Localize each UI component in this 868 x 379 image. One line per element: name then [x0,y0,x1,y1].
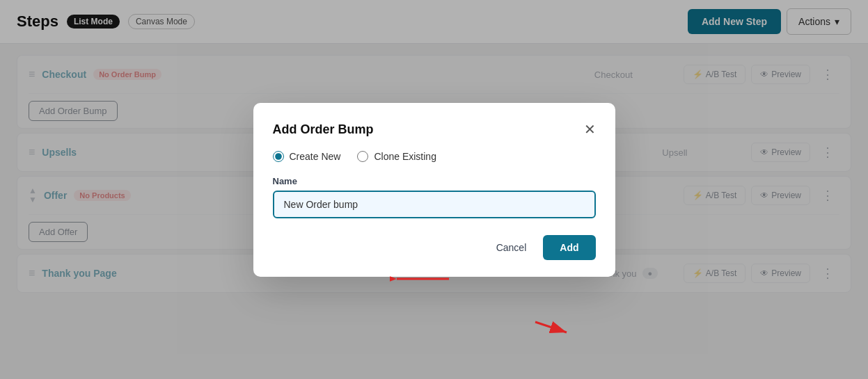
svg-line-3 [535,322,567,332]
arrow-to-add [532,315,574,342]
modal-radio-group: Create New Clone Existing [273,151,596,162]
name-input[interactable] [273,191,596,218]
create-new-radio[interactable] [273,151,284,162]
cancel-button[interactable]: Cancel [488,236,535,259]
modal-close-button[interactable]: ✕ [584,122,596,136]
modal-title: Add Order Bump [273,122,374,137]
add-button[interactable]: Add [543,235,595,260]
arrow-to-input [390,268,452,292]
clone-existing-option[interactable]: Clone Existing [357,151,436,162]
modal-overlay[interactable]: Add Order Bump ✕ Create New Clone Existi… [0,0,868,379]
clone-existing-radio[interactable] [357,151,368,162]
add-order-bump-modal: Add Order Bump ✕ Create New Clone Existi… [253,103,615,277]
modal-header: Add Order Bump ✕ [273,122,596,137]
modal-footer: Cancel Add [273,235,596,260]
name-field-group: Name [273,176,596,218]
clone-existing-label: Clone Existing [374,151,436,162]
name-label: Name [273,176,596,186]
create-new-label: Create New [290,151,341,162]
create-new-option[interactable]: Create New [273,151,341,162]
